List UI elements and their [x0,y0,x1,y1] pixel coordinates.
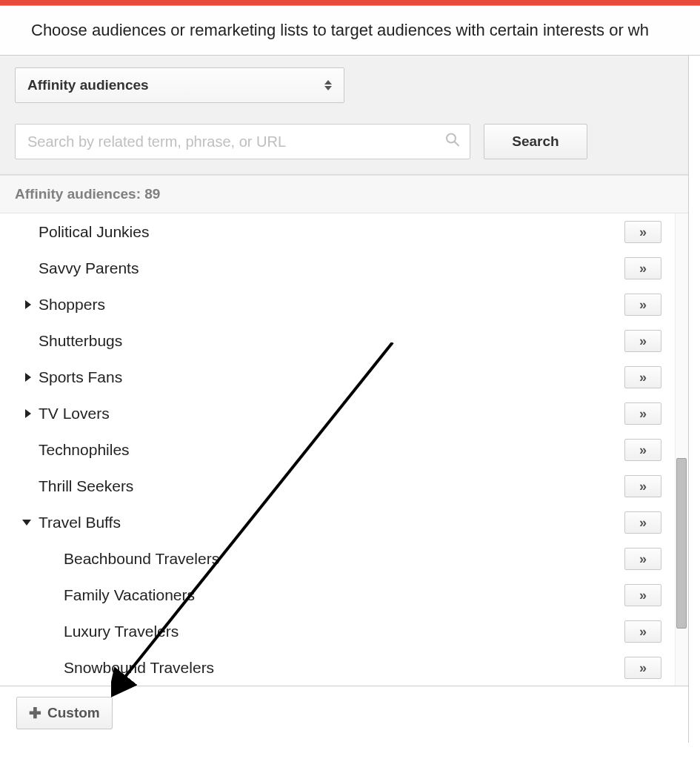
scrollbar-track[interactable] [675,213,688,686]
search-button[interactable]: Search [484,124,587,159]
list-item-label: Luxury Travelers [39,623,624,640]
expand-toggle[interactable] [0,520,39,526]
add-audience-button[interactable]: » [624,439,661,461]
controls-section: Affinity audiences Search [0,56,688,175]
search-icon [445,133,460,151]
search-input-wrap [15,124,470,159]
list-item-label: Technophiles [39,441,624,459]
expand-toggle[interactable] [0,373,39,382]
list-item[interactable]: Travel Buffs» [0,504,688,540]
count-label: Affinity audiences: [15,186,141,202]
list-item-label: Beachbound Travelers [39,550,624,568]
custom-button-label: Custom [47,705,100,721]
page-title: Choose audiences or remarketing lists to… [0,6,700,56]
plus-icon: ✚ [29,704,41,722]
expand-toggle[interactable] [0,300,39,309]
svg-point-0 [447,134,456,143]
search-row: Search [0,115,688,174]
list-item[interactable]: Political Junkies» [0,213,688,250]
list-item[interactable]: Thrill Seekers» [0,468,688,504]
list-item-label: Family Vacationers [39,586,624,604]
add-audience-button[interactable]: » [624,402,661,425]
add-audience-button[interactable]: » [624,221,661,243]
list-item[interactable]: Technophiles» [0,431,688,468]
add-audience-button[interactable]: » [624,584,661,606]
audience-type-dropdown[interactable]: Affinity audiences [15,67,344,103]
svg-line-1 [455,142,459,146]
list-item[interactable]: Savvy Parents» [0,250,688,286]
add-audience-button[interactable]: » [624,548,661,570]
add-audience-button[interactable]: » [624,620,661,643]
list-item[interactable]: TV Lovers» [0,395,688,431]
chevron-right-icon [25,373,31,382]
list-item[interactable]: Luxury Travelers» [0,613,688,649]
list-item[interactable]: Family Vacationers» [0,577,688,613]
list-item-label: Sports Fans [39,368,624,386]
top-accent-bar [0,0,700,6]
expand-toggle[interactable] [0,409,39,418]
list-item-label: TV Lovers [39,405,624,422]
custom-button[interactable]: ✚ Custom [16,697,113,729]
add-audience-button[interactable]: » [624,294,661,316]
chevron-down-icon [22,520,31,526]
list-item-label: Thrill Seekers [39,477,624,495]
sort-arrows-icon [324,80,332,90]
add-audience-button[interactable]: » [624,330,661,352]
footer-row: ✚ Custom [0,686,688,743]
add-audience-button[interactable]: » [624,257,661,279]
add-audience-button[interactable]: » [624,475,661,497]
chevron-right-icon [25,300,31,309]
dropdown-row: Affinity audiences [0,56,688,115]
count-value: 89 [144,186,160,202]
list-item[interactable]: Snowbound Travelers» [0,649,688,686]
list-item-label: Travel Buffs [39,514,624,531]
dropdown-label: Affinity audiences [27,77,149,93]
scrollbar-thumb[interactable] [676,458,687,629]
list-item[interactable]: Shutterbugs» [0,322,688,359]
list-item-label: Shoppers [39,296,624,314]
list-item[interactable]: Sports Fans» [0,359,688,395]
chevron-right-icon [25,409,31,418]
add-audience-button[interactable]: » [624,657,661,679]
add-audience-button[interactable]: » [624,366,661,388]
list-item-label: Savvy Parents [39,259,624,277]
add-audience-button[interactable]: » [624,511,661,534]
audience-list: Political Junkies»Savvy Parents»Shoppers… [0,213,688,686]
search-input[interactable] [15,124,470,159]
list-item[interactable]: Shoppers» [0,286,688,322]
list-item-label: Snowbound Travelers [39,659,624,677]
list-item-label: Political Junkies [39,223,624,241]
count-bar: Affinity audiences: 89 [0,175,688,213]
list-item[interactable]: Beachbound Travelers» [0,540,688,577]
audience-panel: Affinity audiences Search Affin [0,56,689,743]
list-item-label: Shutterbugs [39,332,624,350]
